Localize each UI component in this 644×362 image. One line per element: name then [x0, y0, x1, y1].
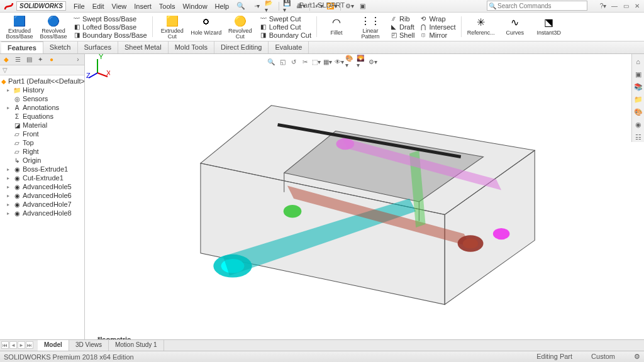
tree-node[interactable]: ▸◉AdvancedHole8: [0, 209, 84, 217]
tree-node[interactable]: ▸◉AdvancedHole6: [0, 191, 84, 200]
qat-view-icon[interactable]: ▣: [357, 1, 368, 11]
zoom-area-icon[interactable]: ◱: [277, 57, 287, 67]
tab-last-icon[interactable]: ⏭: [26, 341, 33, 349]
tree-node[interactable]: ◪Material: [0, 121, 84, 129]
swept-boss-button[interactable]: 〰Swept Boss/Base: [73, 15, 147, 23]
maximize-icon[interactable]: ▭: [620, 1, 631, 11]
expand-icon[interactable]: ▸: [5, 87, 11, 93]
tree-node[interactable]: ▸AAnnotations: [0, 103, 84, 112]
expand-icon[interactable]: ▸: [5, 167, 11, 172]
menu-edit[interactable]: Edit: [89, 1, 108, 11]
scene-icon[interactable]: 🌄▾: [357, 57, 367, 67]
linear-pattern-button[interactable]: ⋮⋮ Linear Pattern: [355, 14, 386, 40]
tree-node[interactable]: ▸◉AdvancedHole7: [0, 200, 84, 209]
filter-bar[interactable]: ▽: [0, 65, 84, 75]
home-icon[interactable]: ⌂: [633, 57, 643, 67]
tab-next-icon[interactable]: ►: [18, 341, 25, 349]
qat-options-icon[interactable]: ⚙▾: [344, 1, 355, 11]
expand-icon[interactable]: ▸: [5, 175, 11, 181]
bottom-tab-model[interactable]: Model: [38, 340, 69, 351]
qat-open-icon[interactable]: 📂▾: [264, 1, 275, 11]
revolved-cut-button[interactable]: 🟡 Revolved Cut: [225, 14, 256, 40]
fillet-button[interactable]: ◠ Fillet: [321, 14, 352, 40]
menu-insert[interactable]: Insert: [130, 1, 155, 11]
configuration-tab-icon[interactable]: ▤: [24, 55, 34, 64]
menu-window[interactable]: Window: [179, 1, 211, 11]
expand-icon[interactable]: ▸: [5, 105, 11, 111]
tree-node[interactable]: ↳Origin: [0, 156, 84, 165]
tab-moldtools[interactable]: Mold Tools: [169, 41, 214, 53]
menu-view[interactable]: View: [108, 1, 131, 11]
design-library-icon[interactable]: 📚: [633, 82, 643, 92]
view-orient-icon[interactable]: ⬚▾: [311, 57, 321, 67]
tab-prev-icon[interactable]: ◄: [9, 341, 17, 349]
appearance-icon[interactable]: 🎨▾: [345, 57, 355, 67]
menu-help[interactable]: Help: [211, 1, 233, 11]
search-commands[interactable]: 🔍: [487, 1, 587, 11]
view-settings-icon[interactable]: ⚙▾: [368, 57, 378, 67]
tree-node[interactable]: ▱Front: [0, 129, 84, 138]
bottom-tab-3dviews[interactable]: 3D Views: [69, 340, 109, 351]
intersect-button[interactable]: ⋂Intersect: [419, 23, 455, 31]
menu-tools[interactable]: Tools: [155, 1, 179, 11]
menu-search-icon[interactable]: 🔍: [233, 1, 249, 11]
status-units[interactable]: Custom: [591, 353, 615, 361]
display-style-icon[interactable]: ▦▾: [323, 57, 333, 67]
boundary-boss-button[interactable]: ◨Boundary Boss/Base: [73, 31, 147, 39]
hole-wizard-button[interactable]: ⭘ Hole Wizard: [191, 14, 222, 40]
pane-expand-icon[interactable]: ›: [73, 55, 83, 64]
swept-cut-button[interactable]: 〰Swept Cut: [260, 15, 311, 23]
close-icon[interactable]: ✕: [631, 1, 643, 11]
tab-evaluate[interactable]: Evaluate: [269, 41, 309, 53]
feature-tree[interactable]: ◆ Part1 (Default<<Default>_Phot ▸📁Histor…: [0, 75, 84, 343]
expand-icon[interactable]: ▸: [5, 184, 11, 190]
expand-icon[interactable]: ▸: [5, 211, 11, 216]
tree-root[interactable]: ◆ Part1 (Default<<Default>_Phot: [0, 77, 84, 85]
dimxpert-tab-icon[interactable]: ✦: [35, 55, 45, 64]
bottom-tab-motion[interactable]: Motion Study 1: [109, 340, 164, 351]
revolved-boss-button[interactable]: 🔵 Revolved Boss/Base: [38, 14, 69, 40]
graphics-viewport[interactable]: Y Z X *Isometric ⌂ ▣ 📚 📁 🎨 ◉ ☷: [85, 54, 644, 351]
shell-button[interactable]: ◰Shell: [390, 31, 414, 39]
zoom-fit-icon[interactable]: 🔍: [266, 57, 276, 67]
orientation-triad[interactable]: Y Z X: [85, 54, 110, 79]
minimize-icon[interactable]: —: [609, 1, 620, 11]
tree-node[interactable]: ▱Right: [0, 147, 84, 156]
tree-node[interactable]: ◎Sensors: [0, 94, 84, 103]
wrap-button[interactable]: ⟲Wrap: [419, 15, 455, 23]
tree-node[interactable]: ▸◉Cut-Extrude1: [0, 173, 84, 182]
display-tab-icon[interactable]: ●: [47, 55, 57, 64]
status-tools-icon[interactable]: ⚙: [634, 353, 640, 361]
lofted-boss-button[interactable]: ◧Lofted Boss/Base: [73, 23, 147, 31]
boundary-cut-button[interactable]: ◨Boundary Cut: [260, 31, 311, 39]
draft-button[interactable]: ◣Draft: [390, 23, 414, 31]
mirror-button[interactable]: ⎅Mirror: [419, 31, 455, 39]
tab-directediting[interactable]: Direct Editing: [214, 41, 269, 53]
tree-node[interactable]: ▸📁History: [0, 85, 84, 94]
search-input[interactable]: [497, 3, 579, 9]
tree-node[interactable]: ▱Top: [0, 138, 84, 147]
resources-icon[interactable]: ▣: [633, 69, 643, 79]
view-palette-icon[interactable]: 🎨: [633, 107, 643, 117]
lofted-cut-button[interactable]: ◧Lofted Cut: [260, 23, 311, 31]
tree-node[interactable]: ΣEquations: [0, 112, 84, 121]
tree-node[interactable]: ▸◉Boss-Extrude1: [0, 165, 84, 173]
tab-sketch[interactable]: Sketch: [43, 41, 78, 53]
reference-geom-button[interactable]: ✳ Referenc...: [465, 14, 497, 40]
extruded-cut-button[interactable]: 🟨 Extruded Cut: [157, 14, 188, 40]
tab-sheetmetal[interactable]: Sheet Metal: [118, 41, 169, 53]
custom-props-icon[interactable]: ☷: [633, 132, 643, 142]
expand-icon[interactable]: ▸: [5, 202, 11, 207]
help-icon[interactable]: ?▾: [597, 1, 609, 11]
curves-button[interactable]: ∿ Curves: [499, 14, 531, 40]
tab-surfaces[interactable]: Surfaces: [78, 41, 118, 53]
section-view-icon[interactable]: ✂: [300, 57, 310, 67]
menu-file[interactable]: File: [70, 1, 89, 11]
tree-node[interactable]: ▸◉AdvancedHole5: [0, 182, 84, 191]
prev-view-icon[interactable]: ↺: [289, 57, 299, 67]
tab-features[interactable]: Features: [1, 41, 43, 53]
appearances-icon[interactable]: ◉: [633, 119, 643, 129]
tab-first-icon[interactable]: ⏮: [1, 341, 9, 349]
feature-manager-tab-icon[interactable]: ◆: [1, 55, 11, 64]
expand-icon[interactable]: ▸: [5, 193, 11, 199]
